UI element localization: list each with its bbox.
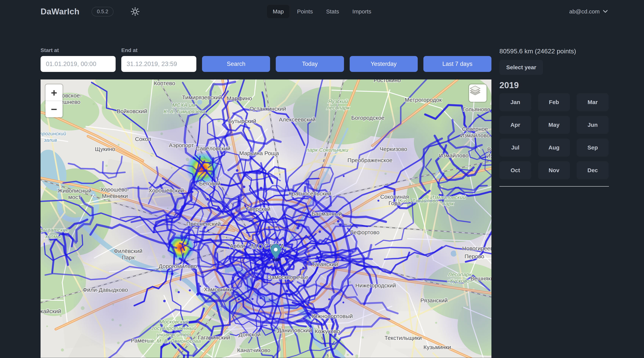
month-button-oct[interactable]: Oct xyxy=(500,161,531,179)
end-at-input[interactable] xyxy=(121,56,196,72)
svg-text:Перово: Перово xyxy=(464,253,484,259)
svg-text:Гагаринский: Гагаринский xyxy=(198,334,230,341)
month-button-apr[interactable]: Apr xyxy=(500,116,531,134)
month-button-jul[interactable]: Jul xyxy=(500,139,531,157)
svg-text:Тимирязевский: Тимирязевский xyxy=(182,94,222,100)
svg-text:Гольяново: Гольяново xyxy=(463,106,490,112)
start-at-input[interactable] xyxy=(40,56,116,72)
tab-points[interactable]: Points xyxy=(291,5,318,18)
month-button-jan[interactable]: Jan xyxy=(500,93,531,111)
svg-text:Кузьминки: Кузьминки xyxy=(424,344,451,350)
svg-text:Метрогородок: Метрогородок xyxy=(405,97,442,103)
svg-text:Пресненский: Пресненский xyxy=(186,221,220,227)
svg-text:Нижегородский: Нижегородский xyxy=(355,282,396,289)
svg-text:Донской: Донской xyxy=(238,331,260,338)
svg-text:Хамовники: Хамовники xyxy=(204,286,233,293)
version-badge: 0.5.2 xyxy=(92,7,114,16)
svg-text:Останкинский: Останкинский xyxy=(250,106,286,112)
search-button[interactable]: Search xyxy=(202,56,270,72)
map-canvas: Покровское-СтрешневоКоптевоМарфиноРосток… xyxy=(40,79,492,358)
end-at-label: End at xyxy=(121,47,196,53)
svg-text:Савёловский: Савёловский xyxy=(196,145,230,152)
svg-text:Замоскворечье: Замоскворечье xyxy=(268,274,308,280)
distance-stats: 80595.6 km (24622 points) xyxy=(500,47,576,55)
month-button-may[interactable]: May xyxy=(538,116,570,134)
tab-map[interactable]: Map xyxy=(267,5,290,18)
start-at-label: Start at xyxy=(40,47,116,53)
sun-icon xyxy=(130,7,140,16)
svg-text:Южнопортовый: Южнопортовый xyxy=(312,313,353,319)
yesterday-button[interactable]: Yesterday xyxy=(350,56,418,72)
app-logo[interactable]: DaWarIch xyxy=(40,7,80,16)
svg-text:Беговой: Беговой xyxy=(199,180,220,186)
today-button[interactable]: Today xyxy=(276,56,344,72)
month-button-mar[interactable]: Mar xyxy=(577,93,608,111)
svg-text:ВосточноеИзмайлово: ВосточноеИзмайлово xyxy=(486,146,492,159)
svg-text:Богородское: Богородское xyxy=(351,115,384,121)
svg-text:Дорогомилово: Дорогомилово xyxy=(159,263,197,269)
svg-text:Измайлово: Измайлово xyxy=(439,152,468,159)
month-button-dec[interactable]: Dec xyxy=(577,161,608,179)
svg-text:Можайский: Можайский xyxy=(40,308,61,314)
user-menu[interactable]: ab@cd.com xyxy=(569,8,608,15)
month-button-sep[interactable]: Sep xyxy=(577,139,608,157)
layers-icon xyxy=(469,84,481,97)
select-year-button[interactable]: Select year xyxy=(500,60,543,75)
svg-text:Щукино: Щукино xyxy=(95,146,115,152)
svg-text:Марьина Роща: Марьина Роща xyxy=(239,150,279,156)
zoom-out-button[interactable]: − xyxy=(46,101,62,117)
svg-text:Новогиреево: Новогиреево xyxy=(462,245,492,251)
svg-text:Лефортово: Лефортово xyxy=(350,229,380,235)
month-button-aug[interactable]: Aug xyxy=(538,139,570,157)
year-heading: 2019 xyxy=(500,80,519,90)
chevron-down-icon xyxy=(603,10,608,13)
svg-text:Хорошёвский: Хорошёвский xyxy=(148,187,184,193)
svg-text:Алексеевский: Алексеевский xyxy=(279,116,315,123)
svg-text:Текстильщики: Текстильщики xyxy=(384,335,422,341)
month-button-nov[interactable]: Nov xyxy=(538,161,570,179)
sidebar-divider xyxy=(500,186,609,186)
last-7-days-button[interactable]: Last 7 days xyxy=(424,56,492,72)
svg-text:Преображенское: Преображенское xyxy=(348,157,392,163)
svg-text:Вешняки: Вешняки xyxy=(470,275,492,282)
svg-text:Кожухово: Кожухово xyxy=(315,328,340,334)
svg-text:Таганский: Таганский xyxy=(312,261,338,267)
tab-imports[interactable]: Imports xyxy=(347,5,377,18)
svg-text:Даниловский: Даниловский xyxy=(278,327,312,333)
svg-text:Марфино: Марфино xyxy=(227,95,252,101)
svg-text:Арбат: Арбат xyxy=(230,243,246,249)
months-grid: JanFebMarAprMayJunJulAugSepOctNovDec xyxy=(500,93,608,179)
svg-text:Сокол: Сокол xyxy=(135,136,151,142)
svg-text:Черкизово: Черкизово xyxy=(380,146,407,152)
zoom-in-button[interactable]: + xyxy=(46,84,62,101)
svg-text:Ростокино: Ростокино xyxy=(374,79,401,83)
sidebar: 80595.6 km (24622 points) Select year 20… xyxy=(500,47,609,358)
svg-text:парк Сокольники: парк Сокольники xyxy=(306,147,348,153)
layers-control[interactable] xyxy=(469,84,486,102)
svg-text:Рязанский: Рязанский xyxy=(420,297,448,304)
svg-text:Войковский: Войковский xyxy=(117,108,147,114)
svg-text:Аэропорт: Аэропорт xyxy=(169,142,194,148)
month-button-jun[interactable]: Jun xyxy=(577,116,608,134)
user-email: ab@cd.com xyxy=(569,8,600,15)
month-button-feb[interactable]: Feb xyxy=(538,93,570,111)
svg-text:Красносельский: Красносельский xyxy=(289,190,331,196)
svg-text:Бутырский: Бутырский xyxy=(228,118,256,124)
dawarich-app: DaWarIch 0.5.2 Map Points Stats Imports … xyxy=(0,0,644,358)
map-container[interactable]: Покровское-СтрешневоКоптевоМарфиноРосток… xyxy=(40,79,492,358)
svg-text:Тверской: Тверской xyxy=(246,206,270,212)
tab-stats[interactable]: Stats xyxy=(320,5,345,18)
svg-text:Басманный: Басманный xyxy=(312,211,342,217)
theme-toggle[interactable] xyxy=(129,5,142,18)
main-nav: Map Points Stats Imports xyxy=(267,5,377,18)
svg-text:Коптево: Коптево xyxy=(154,80,175,86)
svg-text:Хорошёво-Мнёвники: Хорошёво-Мнёвники xyxy=(100,186,130,199)
app-header: DaWarIch 0.5.2 Map Points Stats Imports … xyxy=(0,0,644,23)
svg-text:Фили-Давыдково: Фили-Давыдково xyxy=(83,287,128,293)
svg-text:Канатчиково: Канатчиково xyxy=(237,347,270,353)
main-content: Start at End at Search Today Yesterday L… xyxy=(0,23,644,358)
svg-text:СеверноеИзмайлово: СеверноеИзмайлово xyxy=(460,126,490,139)
map-zoom-control: + − xyxy=(46,84,62,117)
filter-bar: Start at End at Search Today Yesterday L… xyxy=(40,47,492,72)
